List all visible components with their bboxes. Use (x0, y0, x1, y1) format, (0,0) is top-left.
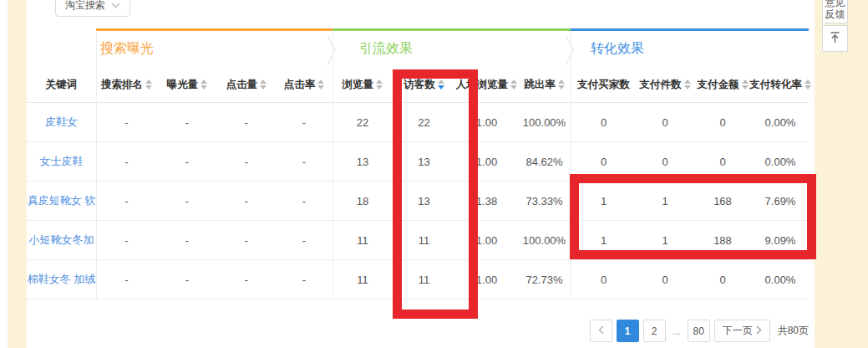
header-paying-buyers: 支付买家数 (571, 67, 637, 102)
pagination-ellipsis: ... (670, 325, 683, 337)
channel-dropdown-label: 淘宝搜索 (65, 0, 105, 13)
group-separator-icon (326, 34, 338, 69)
sort-icon (260, 79, 266, 90)
total-pages-label: 共80页 (778, 324, 809, 338)
header-paid-items[interactable]: 支付件数 (637, 67, 693, 102)
group-header-row: 搜索曝光 引流效果 转化效果 (27, 31, 809, 67)
cell-value: 0.00% (752, 260, 809, 299)
cell-value: 72.73% (518, 260, 571, 299)
cell-value: 0.00% (752, 103, 809, 141)
cell-value: 18 (332, 182, 393, 220)
cell-value: 1.38 (455, 182, 518, 220)
cell-value: 0 (637, 260, 693, 299)
sort-icon (805, 79, 811, 90)
cell-value: 22 (332, 103, 393, 141)
page-button-2[interactable]: 2 (643, 320, 666, 342)
sort-icon (742, 79, 749, 90)
header-bounce-rate[interactable]: 跳出率 (518, 67, 571, 102)
cell-value: - (96, 260, 157, 299)
group-label-conversion-effect: 转化效果 (591, 40, 644, 58)
keyword-link[interactable]: 皮鞋女 (27, 103, 96, 141)
left-decor-band (8, 0, 27, 348)
cell-value: 11 (332, 221, 393, 259)
header-impressions[interactable]: 曝光量 (157, 67, 217, 102)
chevron-right-icon (756, 325, 762, 337)
cell-value: - (276, 103, 332, 141)
cell-value: - (276, 142, 332, 181)
page-button-80[interactable]: 80 (688, 320, 710, 342)
cell-value: - (96, 142, 157, 181)
cell-value: 13 (393, 142, 455, 181)
header-conversion-rate[interactable]: 支付转化率 (752, 67, 809, 102)
cell-value: - (157, 142, 217, 181)
feedback-label-line: 反馈 (825, 8, 845, 20)
cell-value: - (217, 103, 276, 141)
back-to-top-icon (829, 31, 841, 47)
cell-value: - (276, 260, 332, 299)
cell-value: 1.00 (455, 103, 518, 141)
cell-value: - (217, 260, 276, 299)
sort-icon-active (438, 79, 444, 90)
right-decor-band (815, 0, 868, 348)
cell-value: 84.62% (518, 142, 571, 181)
sort-icon (145, 79, 152, 90)
cell-value: - (217, 142, 276, 181)
sort-icon (317, 79, 324, 90)
page-button-1[interactable]: 1 (617, 320, 639, 342)
column-group-divider (571, 31, 571, 299)
cell-value: - (157, 221, 217, 259)
cell-value: 0 (693, 103, 752, 141)
cell-value: - (276, 182, 332, 220)
feedback-button[interactable]: 意见 反馈 (822, 0, 848, 23)
channel-dropdown[interactable]: 淘宝搜索 (55, 0, 130, 17)
cell-value: - (217, 221, 276, 259)
column-group-divider (332, 31, 333, 299)
cell-value: - (96, 103, 157, 141)
cell-value: 0 (637, 142, 693, 181)
header-ctr[interactable]: 点击率 (276, 67, 332, 102)
cell-value: 13 (332, 142, 393, 181)
prev-page-button[interactable] (590, 320, 612, 342)
cell-value: 0 (693, 142, 752, 181)
cell-value: 22 (393, 103, 455, 141)
keyword-link[interactable]: 棉鞋女冬 加绒 (27, 260, 96, 299)
group-separator-icon (564, 34, 576, 69)
cell-value: 11 (332, 260, 393, 299)
header-paid-amount[interactable]: 支付金额 (693, 67, 752, 102)
group-label-traffic-effect: 引流效果 (359, 40, 413, 58)
header-views-per-visitor[interactable]: 人均浏览量 (455, 67, 518, 102)
group-label-search-exposure: 搜索曝光 (100, 40, 154, 58)
header-pageviews[interactable]: 浏览量 (332, 67, 393, 102)
analytics-page: 淘宝搜索 搜索曝光 引流效果 转化效果 关键词 搜索排名 曝 (0, 0, 868, 348)
cell-value: - (96, 221, 157, 259)
cell-value: 0 (637, 103, 693, 141)
column-group-divider (96, 31, 97, 299)
next-page-button[interactable]: 下一页 (714, 320, 770, 342)
keyword-link[interactable]: 小短靴女冬加 (27, 221, 96, 259)
keyword-link[interactable]: 真皮短靴女 软 (27, 182, 96, 220)
cell-value: 188 (693, 221, 752, 259)
cell-value: 11 (393, 260, 455, 299)
header-search-rank[interactable]: 搜索排名 (96, 67, 157, 102)
table-row: 棉鞋女冬 加绒 - - - - 11 11 1.00 72.73% 0 0 0 … (27, 260, 809, 299)
cell-value: 9.09% (752, 221, 809, 259)
keyword-link[interactable]: 女士皮鞋 (27, 142, 96, 181)
cell-value: 1 (571, 182, 637, 220)
cell-value: 100.00% (518, 103, 571, 141)
table-row: 女士皮鞋 - - - - 13 13 1.00 84.62% 0 0 0 0.0… (27, 142, 809, 182)
header-visitors[interactable]: 访客数 (393, 67, 455, 102)
header-clicks[interactable]: 点击量 (217, 67, 276, 102)
cell-value: 11 (393, 221, 455, 259)
cell-value: 100.00% (518, 221, 571, 259)
cell-value: - (276, 221, 332, 259)
cell-value: 1 (637, 221, 693, 259)
chevron-left-icon (598, 325, 604, 337)
back-to-top-button[interactable] (822, 25, 848, 52)
chevron-down-icon (111, 3, 120, 8)
cell-value: 0.00% (752, 142, 809, 181)
cell-value: - (157, 260, 217, 299)
cell-value: - (96, 182, 157, 220)
sort-icon (510, 79, 517, 90)
cell-value: 168 (693, 182, 752, 220)
feedback-label-line: 意见 (825, 0, 845, 8)
